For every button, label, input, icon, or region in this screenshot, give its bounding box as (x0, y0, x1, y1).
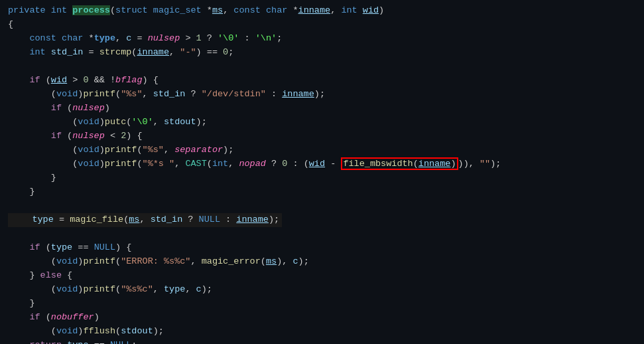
code-editor: private int process(struct magic_set *ms… (0, 0, 644, 344)
line-16: type = magic_file(ms, std_in ? NULL : in… (0, 213, 644, 227)
line-7: (void)printf("%s", std_in ? "/dev/stdin"… (0, 88, 644, 102)
line-4-code: int std_in = strcmp(inname, "-") == 0; (8, 46, 233, 60)
line-6: if (wid > 0 && !bflag) { (0, 74, 644, 88)
line-12: (void)printf("%*s ", CAST(int, nopad ? 0… (0, 157, 644, 171)
line-18: if (type == NULL) { (0, 241, 644, 255)
line-22-code: } (8, 297, 35, 311)
line-2-code: { (8, 18, 13, 32)
line-23-code: if (nobuffer) (8, 311, 99, 325)
line-20: } else { (0, 269, 644, 283)
line-8-code: if (nulsep) (8, 102, 110, 116)
line-19: (void)printf("ERROR: %s%c", magic_error(… (0, 255, 644, 269)
line-9-code: (void)putc('\0', stdout); (8, 116, 207, 129)
line-19-code: (void)printf("ERROR: %s%c", magic_error(… (8, 255, 309, 269)
line-17-code (8, 227, 13, 241)
line-3-code: const char *type, c = nulsep > 1 ? '\0' … (8, 32, 282, 46)
line-11-code: (void)printf("%s", separator); (8, 143, 233, 157)
line-16-code: type = magic_file(ms, std_in ? NULL : in… (8, 213, 282, 227)
line-5 (0, 60, 644, 74)
line-9: (void)putc('\0', stdout); (0, 116, 644, 129)
line-18-code: if (type == NULL) { (8, 241, 131, 255)
line-24: (void)fflush(stdout); (0, 325, 644, 339)
line-25: return type == NULL; (0, 339, 644, 344)
line-21: (void)printf("%s%c", type, c); (0, 283, 644, 297)
line-1-code: private int process(struct magic_set *ms… (8, 4, 384, 18)
line-17 (0, 227, 644, 241)
line-2: { (0, 18, 644, 32)
line-20-code: } else { (8, 269, 72, 283)
line-15 (0, 199, 644, 213)
line-24-code: (void)fflush(stdout); (8, 325, 164, 339)
line-4: int std_in = strcmp(inname, "-") == 0; (0, 46, 644, 60)
line-13: } (0, 171, 644, 185)
line-7-code: (void)printf("%s", std_in ? "/dev/stdin"… (8, 88, 325, 102)
line-25-code: return type == NULL; (8, 339, 137, 344)
line-13-code: } (8, 171, 56, 185)
line-15-code (8, 199, 13, 213)
line-21-code: (void)printf("%s%c", type, c); (8, 283, 212, 297)
line-12-code: (void)printf("%*s ", CAST(int, nopad ? 0… (8, 157, 501, 171)
line-22: } (0, 297, 644, 311)
line-14: } (0, 185, 644, 199)
line-6-code: if (wid > 0 && !bflag) { (8, 74, 159, 88)
line-8: if (nulsep) (0, 102, 644, 116)
line-5-code (8, 60, 13, 74)
line-14-code: } (8, 185, 35, 199)
line-23: if (nobuffer) (0, 311, 644, 325)
line-3: const char *type, c = nulsep > 1 ? '\0' … (0, 32, 644, 46)
line-1: private int process(struct magic_set *ms… (0, 4, 644, 18)
line-10-code: if (nulsep < 2) { (8, 129, 143, 143)
line-10: if (nulsep < 2) { (0, 129, 644, 143)
line-11: (void)printf("%s", separator); (0, 143, 644, 157)
